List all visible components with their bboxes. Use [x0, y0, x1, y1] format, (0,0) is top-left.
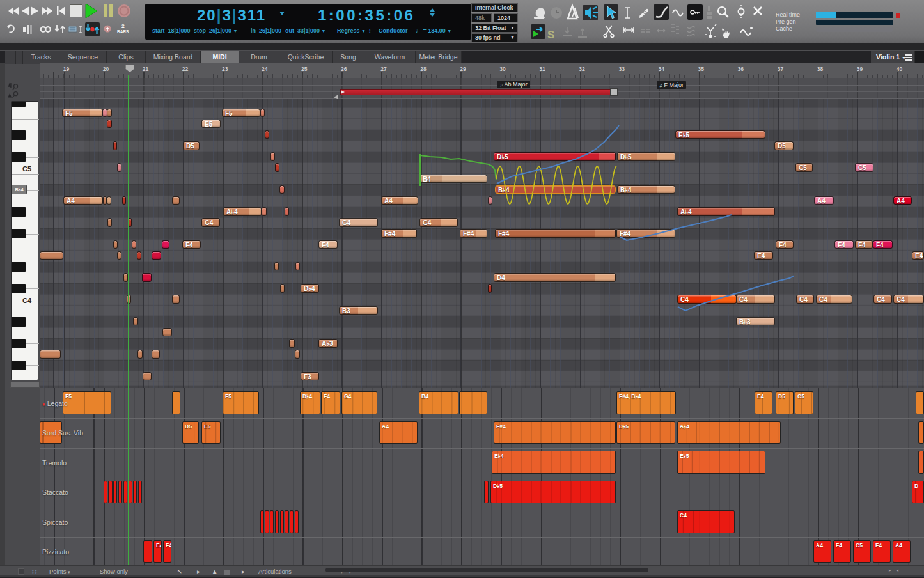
- svg-text:2: 2: [121, 23, 125, 29]
- svg-text:BARS: BARS: [117, 29, 129, 34]
- svg-text:S: S: [547, 29, 554, 41]
